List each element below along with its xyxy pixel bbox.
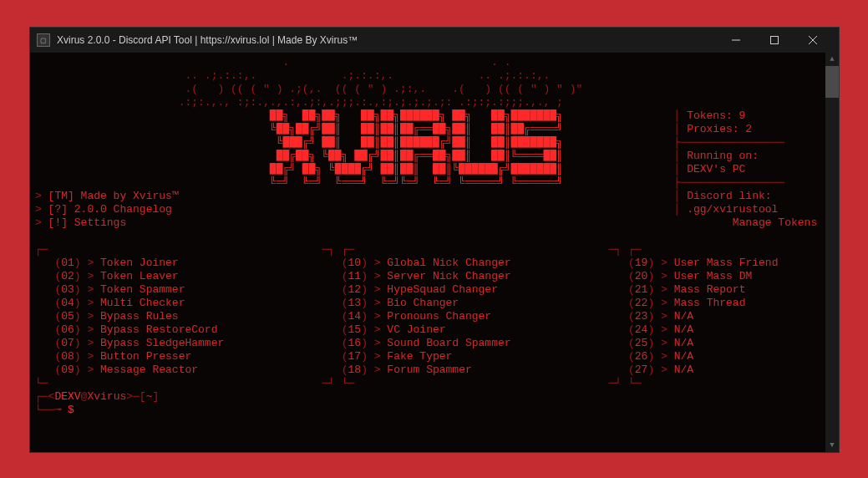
menu-option-number: 17: [348, 350, 362, 363]
menu-option[interactable]: Multi Checker: [100, 297, 322, 309]
logo-line: ██╔╝ ██╗ ╚████╔╝ ██║██║ ██║╚██████╔╝████…: [270, 163, 674, 175]
menu-option-number: 13: [348, 297, 362, 309]
left-menu-item[interactable]: [TM] Made by Xvirus™: [48, 190, 179, 202]
minimize-button[interactable]: [717, 28, 755, 53]
prompt-user: DEXV: [54, 390, 80, 403]
scrollbar-thumb[interactable]: [825, 66, 839, 98]
menu-option[interactable]: Mass Thread: [674, 297, 839, 309]
menu-option[interactable]: User Mass Friend: [674, 257, 839, 269]
right-menu-item[interactable]: Manage Tokens [TKN]: [733, 216, 839, 229]
menu-option[interactable]: N/A: [674, 337, 839, 349]
menu-option-number: 20: [635, 270, 648, 282]
menu-option[interactable]: Fake Typer: [387, 350, 608, 363]
menu-option-number: 27: [635, 364, 648, 376]
menu-option-number: 08: [61, 350, 74, 363]
app-icon: ▢: [37, 33, 50, 47]
prompt-symbol[interactable]: $: [68, 404, 74, 416]
menu-option[interactable]: Bypass SledgeHammer: [100, 337, 322, 349]
logo-line: ╚██╗██╔╝██║ ██║██║██╔══██╗██║ ██║██╔════…: [270, 123, 674, 135]
menu-option[interactable]: VC Joiner: [387, 323, 608, 336]
menu-option-number: 09: [61, 364, 74, 376]
menu-option-number: 23: [635, 310, 648, 323]
menu-option[interactable]: Token Leaver: [100, 270, 322, 282]
menu-option-number: 24: [635, 323, 648, 336]
info-line: Tokens: 9: [687, 109, 745, 122]
info-line: Proxies: 2: [687, 123, 752, 135]
menu-option-number: 26: [635, 350, 648, 363]
menu-option[interactable]: Bypass RestoreCord: [100, 323, 322, 336]
console-output[interactable]: . . . .. .;.:.:,. .;.:.:,. .. .;.:.:,. .…: [30, 53, 839, 452]
menu-option[interactable]: Bypass Rules: [100, 310, 322, 323]
menu-option[interactable]: HypeSquad Changer: [387, 283, 608, 296]
window-controls: [717, 28, 832, 53]
maximize-button[interactable]: [755, 28, 794, 53]
scroll-down-arrow[interactable]: ▼: [825, 439, 839, 452]
menu-option-number: 04: [61, 297, 74, 309]
menu-option-number: 07: [61, 337, 74, 349]
window-title: Xvirus 2.0.0 - Discord API Tool | https:…: [57, 34, 717, 46]
menu-option[interactable]: Mass Report: [674, 283, 839, 296]
menu-option-number: 19: [635, 257, 648, 269]
menu-option[interactable]: N/A: [674, 364, 839, 376]
menu-option[interactable]: Bio Changer: [387, 297, 608, 309]
box-corner: └─ ─┘ └─ ─┘ └─ ─┘: [35, 377, 839, 389]
info-divider: ├────────────────: [674, 136, 785, 149]
menu-option[interactable]: Token Spammer: [100, 283, 322, 296]
menu-option[interactable]: N/A: [674, 350, 839, 363]
info-divider: ├────────────────: [674, 176, 785, 189]
scroll-up-arrow[interactable]: ▲: [825, 53, 839, 66]
left-menu-item[interactable]: [!] Settings: [48, 216, 127, 229]
close-button[interactable]: [794, 28, 832, 53]
menu-option[interactable]: N/A: [674, 310, 839, 323]
menu-option-number: 06: [61, 323, 74, 336]
menu-option-number: 01: [61, 257, 74, 269]
menu-option-number: 11: [348, 270, 362, 282]
scrollbar[interactable]: ▲ ▼: [825, 53, 839, 452]
titlebar[interactable]: ▢ Xvirus 2.0.0 - Discord API Tool | http…: [30, 28, 839, 53]
menu-option[interactable]: Global Nick Changer: [387, 257, 608, 269]
menu-option-number: 12: [348, 283, 362, 296]
menu-option-number: 22: [635, 297, 648, 309]
menu-option[interactable]: Pronouns Changer: [387, 310, 608, 323]
terminal-window: ▢ Xvirus 2.0.0 - Discord API Tool | http…: [29, 27, 840, 453]
menu-option-number: 05: [61, 310, 74, 323]
logo-line: ██╗ ██╗██╗ ██╗██╗██████╗ ██╗ ██╗███████╗: [270, 109, 674, 122]
menu-option[interactable]: Server Nick Changer: [387, 270, 608, 282]
info-line: DEXV's PC: [687, 163, 745, 175]
menu-option-number: 18: [348, 364, 362, 376]
svg-rect-1: [771, 37, 779, 44]
prompt-host: Xvirus: [87, 390, 126, 403]
logo-line: ╚═╝ ╚═╝ ╚═══╝ ╚═╝╚═╝ ╚═╝ ╚═════╝ ╚══════…: [270, 176, 674, 189]
menu-option[interactable]: Token Joiner: [100, 257, 322, 269]
info-line: Discord link:: [687, 190, 771, 202]
ascii-smoke: . . . .. .;.:.:,. .;.:.:,. .. .;.:.:,. .…: [35, 56, 582, 109]
menu-option-number: 03: [61, 283, 74, 296]
info-line: Running on:: [687, 150, 759, 162]
menu-option[interactable]: Forum Spammer: [387, 364, 608, 376]
menu-option[interactable]: N/A: [674, 323, 839, 336]
menu-option[interactable]: Sound Board Spammer: [387, 337, 608, 349]
menu-option-number: 16: [348, 337, 362, 349]
menu-option-number: 21: [635, 283, 648, 296]
menu-option[interactable]: Button Presser: [100, 350, 322, 363]
menu-option-number: 02: [61, 270, 74, 282]
menu-option[interactable]: User Mass DM: [674, 270, 839, 282]
box-corner: ┌─ ─┐ ┌─ ─┐ ┌─ ─┐: [35, 243, 839, 256]
menu-option-number: 10: [348, 257, 362, 269]
info-line: .gg/xvirustool: [687, 203, 778, 216]
logo-line: ██╔██╗ ╚██╗ ██╔╝██║██╔══██╗██║ ██║╚════█…: [270, 150, 674, 162]
left-menu-item[interactable]: [?] 2.0.0 Changelog: [48, 203, 172, 216]
logo-line: ╚███╔╝ ██║ ██║██║██████╔╝██║ ██║███████╗: [270, 136, 674, 149]
menu-option-number: 14: [348, 310, 362, 323]
menu-option[interactable]: Message Reactor: [100, 364, 322, 376]
menu-option-number: 15: [348, 323, 362, 336]
menu-option-number: 25: [635, 337, 648, 349]
